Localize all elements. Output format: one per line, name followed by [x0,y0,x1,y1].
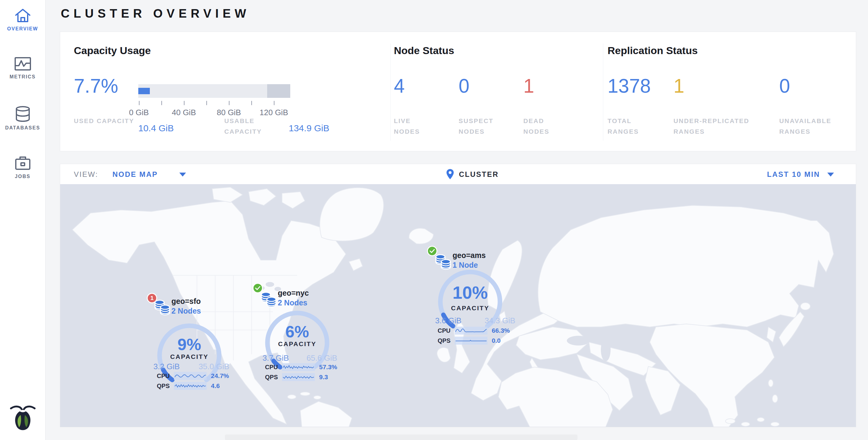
cpu-label: CPU [157,373,174,380]
sidebar: OVERVIEW METRICS DATABASES [0,0,45,440]
unavailable-ranges-value: 0 [779,76,790,96]
cockroach-logo [8,403,37,435]
live-nodes-value: 4 [394,76,405,96]
locality-node-count: 2 Nodes [172,307,201,315]
divider [603,43,603,141]
qps-sparkline [455,337,488,345]
capacity-caption: CAPACITY [262,340,332,348]
node-stack-icon [435,254,451,273]
capacity-percent: 10% [435,284,505,302]
capacity-caption: CAPACITY [154,353,224,360]
map-card: VIEW: NODE MAP CLUSTER LAST 10 MIN [60,164,856,427]
capacity-percent: 7.7% [74,76,118,96]
qps-value: 0.0 [492,337,501,344]
cpu-label: CPU [265,364,282,371]
cpu-value: 66.3% [492,327,510,334]
qps-sparkline [282,373,315,381]
summary-card: Capacity Usage Node Status Replication S… [60,32,856,151]
capacity-bar [138,84,290,98]
used-capacity-label: USED CAPACITY [74,116,138,126]
capacity-bar-reserved [267,84,290,98]
check-icon [429,249,435,253]
time-range-dropdown[interactable]: LAST 10 MIN [767,170,820,179]
check-icon [255,286,260,290]
capacity-percent: 6% [262,323,332,340]
cluster-overview-screen: OVERVIEW METRICS DATABASES [0,0,868,440]
total-capacity: 65.6 GiB [306,353,337,363]
qps-label: QPS [438,337,455,344]
sidebar-item-databases[interactable]: DATABASES [0,106,45,131]
axis-tick-label: 40 GiB [172,108,196,117]
used-capacity-value: 10.4 GiB [138,123,174,133]
chevron-down-icon[interactable] [827,172,834,177]
total-capacity: 34.3 GiB [485,316,515,325]
divider [390,43,391,141]
dead-nodes-label: DEAD NODES [523,116,566,137]
map-pin-icon [446,169,454,180]
capacity-bar-used [138,88,150,94]
locality-node-count: 1 Node [453,261,478,270]
sidebar-item-label: METRICS [0,74,45,80]
node-map: 1 geo=sfo 2 Nodes 9% CAPACITY [60,184,856,427]
page-title: CLUSTER OVERVIEW [61,7,250,20]
cpu-sparkline [455,327,488,335]
cpu-label: CPU [438,327,455,334]
qps-label: QPS [265,374,282,381]
total-ranges-label: TOTAL RANGES [608,116,653,137]
total-ranges-value: 1378 [608,76,651,96]
used-capacity: 3.7 GiB [262,353,289,363]
view-label: VIEW: [74,170,98,179]
map-toolbar: VIEW: NODE MAP CLUSTER LAST 10 MIN [60,164,856,184]
locality-name: geo=ams [453,251,486,260]
usable-capacity-label: USABLE CAPACITY [224,116,288,137]
healthy-check-badge [427,246,437,256]
capacity-usage-title: Capacity Usage [74,45,151,57]
home-icon [14,8,32,23]
sidebar-item-label: OVERVIEW [0,26,45,32]
suspect-nodes-label: SUSPECT NODES [459,116,507,137]
suspect-nodes-value: 0 [459,76,470,96]
sidebar-item-metrics[interactable]: METRICS [0,57,45,80]
capacity-caption: CAPACITY [435,305,505,312]
total-capacity: 35.0 GiB [198,362,229,371]
cpu-sparkline [174,372,207,380]
locality-name: geo=sfo [172,297,201,306]
sidebar-item-label: JOBS [0,174,45,179]
sidebar-item-jobs[interactable]: JOBS [0,155,45,179]
view-dropdown[interactable]: NODE MAP [113,170,158,179]
healthy-check-badge [253,283,263,293]
next-card-peek [225,435,578,440]
metrics-icon [14,57,32,71]
dead-nodes-value: 1 [523,76,534,96]
qps-value: 9.3 [319,373,328,381]
locality-node-count: 2 Nodes [278,298,307,307]
qps-sparkline [174,382,207,390]
used-capacity: 3.2 GiB [153,362,180,371]
used-capacity: 3.6 GiB [435,316,462,325]
breadcrumb-cluster[interactable]: CLUSTER [459,170,499,179]
dead-node-badge: 1 [147,293,157,303]
usable-capacity-value: 134.9 GiB [289,123,329,133]
node-stack-icon [154,299,170,318]
capacity-axis [138,101,290,105]
under-replicated-ranges-value: 1 [674,76,684,96]
cpu-value: 24.7% [211,372,229,380]
jobs-icon [14,155,31,171]
sidebar-item-label: DATABASES [0,125,45,131]
databases-icon [15,106,31,122]
locality-name: geo=nyc [278,289,309,297]
node-status-title: Node Status [394,45,454,57]
qps-label: QPS [157,383,174,389]
capacity-percent: 9% [154,336,224,352]
under-replicated-ranges-label: UNDER-REPLICATED RANGES [674,116,765,137]
node-stack-icon [260,291,277,310]
live-nodes-label: LIVE NODES [394,116,436,137]
sidebar-item-overview[interactable]: OVERVIEW [0,8,45,32]
cpu-sparkline [282,363,315,371]
qps-value: 4.6 [211,382,220,389]
replication-status-title: Replication Status [608,45,698,57]
unavailable-ranges-label: UNAVAILABLE RANGES [779,116,849,137]
chevron-down-icon[interactable] [179,172,186,177]
cpu-value: 57.3% [319,364,337,371]
